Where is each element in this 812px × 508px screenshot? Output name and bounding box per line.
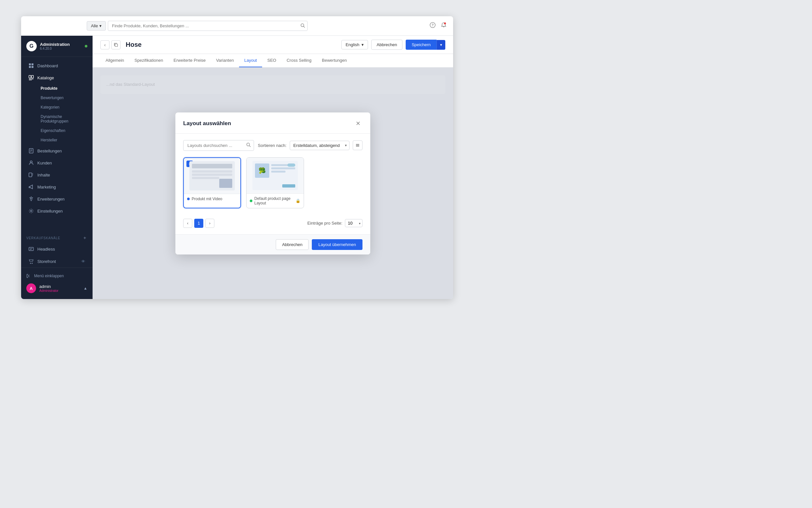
- dashboard-icon: [28, 63, 34, 69]
- marketing-label: Marketing: [37, 184, 56, 189]
- topbar: Alle ▾ ?: [21, 16, 453, 36]
- layout-card-produkt-mit-video[interactable]: ✓: [183, 157, 241, 208]
- modal-title: Layout auswählen: [183, 120, 231, 127]
- storefront-view-icon[interactable]: 👁: [81, 259, 85, 264]
- add-channel-button[interactable]: ＋: [83, 235, 87, 241]
- main-area: G Administration 6.4.20.0 Dashboard: [21, 36, 453, 299]
- svg-rect-18: [29, 173, 32, 177]
- preview-lines: [271, 164, 295, 187]
- topbar-right: ?: [430, 22, 446, 30]
- sidebar-item-kataloge[interactable]: Kataloge: [23, 72, 91, 84]
- grid-view-button[interactable]: [353, 140, 363, 150]
- status-dot: [85, 45, 87, 47]
- prev-page-button[interactable]: ‹: [183, 219, 192, 228]
- svg-point-25: [32, 263, 33, 264]
- modal-sort-row: Sortieren nach: Erstelldatum, absteigend…: [258, 140, 363, 150]
- erweiterungen-icon: [28, 196, 34, 202]
- tabs-bar: Allgemein Spezifikationen Erweiterte Pre…: [93, 54, 453, 68]
- collapse-icon: [26, 274, 31, 278]
- sidebar-sub-eigenschaften[interactable]: Eigenschaften: [37, 126, 91, 135]
- cancel-button[interactable]: Abbrechen: [371, 40, 403, 50]
- sidebar-nav: Dashboard Kataloge Produkte Bewertungen: [21, 57, 93, 230]
- kataloge-icon: [28, 75, 34, 81]
- marketing-icon: [28, 184, 34, 190]
- tab-layout[interactable]: Layout: [239, 54, 262, 67]
- layout-card-default[interactable]: 🥦: [246, 157, 304, 208]
- card-name-1: Produkt mit Video: [192, 197, 223, 201]
- sidebar-sub-kataloge: Produkte Bewertungen Kategorien Dynamisc…: [21, 84, 93, 144]
- lang-chevron-icon: ▾: [362, 42, 364, 47]
- search-input[interactable]: [108, 21, 307, 31]
- entries-select-wrap: 10 25 50 100: [345, 219, 363, 227]
- sidebar-sub-kategorien[interactable]: Kategorien: [37, 103, 91, 112]
- sidebar-user[interactable]: A admin Administrator ▲: [23, 281, 91, 296]
- sidebar-sub-hersteller[interactable]: Hersteller: [37, 135, 91, 144]
- language-label: English: [346, 42, 360, 47]
- layout-search-input[interactable]: [183, 140, 254, 151]
- save-dropdown-button[interactable]: ▾: [436, 40, 445, 50]
- tab-erweiterte-preise[interactable]: Erweiterte Preise: [168, 54, 211, 67]
- svg-rect-9: [29, 75, 31, 78]
- sidebar-item-bestellungen[interactable]: Bestellungen: [23, 145, 91, 157]
- tab-spezifikationen[interactable]: Spezifikationen: [129, 54, 168, 67]
- sort-select[interactable]: Erstelldatum, absteigend Name, aufsteige…: [290, 141, 349, 150]
- tab-varianten[interactable]: Varianten: [211, 54, 239, 67]
- svg-text:?: ?: [432, 24, 434, 27]
- user-chevron-icon: ▲: [84, 286, 87, 291]
- preview-image: 🥦: [255, 164, 269, 178]
- modal-body: Sortieren nach: Erstelldatum, absteigend…: [176, 134, 370, 234]
- sidebar-sub-produkte[interactable]: Produkte: [37, 84, 91, 93]
- sidebar-sub-dynamische[interactable]: Dynamische Produktgruppen: [37, 112, 91, 126]
- search-input-wrap: [108, 21, 307, 31]
- page-1-button[interactable]: 1: [194, 219, 203, 228]
- modal-overlay[interactable]: Layout auswählen ✕: [93, 68, 453, 299]
- modal-close-button[interactable]: ✕: [353, 119, 363, 128]
- preview-tag: [287, 164, 295, 167]
- collapse-label: Menü einklappen: [34, 274, 64, 278]
- tab-allgemein[interactable]: Allgemein: [100, 54, 129, 67]
- svg-point-20: [31, 210, 32, 212]
- svg-point-24: [30, 263, 31, 264]
- storefront-icon: [28, 258, 34, 264]
- help-icon[interactable]: ?: [430, 22, 436, 30]
- sidebar-sub-bewertungen[interactable]: Bewertungen: [37, 93, 91, 102]
- content-body: ...nd das Standard-Layout Layout auswähl…: [93, 68, 453, 299]
- language-dropdown[interactable]: English ▾: [341, 40, 368, 49]
- card-preview-1: ✓: [184, 158, 240, 194]
- tab-cross-selling[interactable]: Cross Selling: [281, 54, 317, 67]
- sidebar-collapse-button[interactable]: Menü einklappen: [23, 271, 91, 281]
- sidebar-item-marketing[interactable]: Marketing: [23, 181, 91, 193]
- svg-rect-10: [32, 75, 34, 78]
- sidebar-item-einstellungen[interactable]: Einstellungen: [23, 205, 91, 217]
- sidebar-channel-headless[interactable]: Headless: [23, 243, 91, 255]
- preview-btn: [282, 184, 295, 187]
- sidebar-channel-storefront[interactable]: Storefront 👁: [23, 255, 91, 267]
- modal-cancel-button[interactable]: Abbrechen: [276, 239, 308, 250]
- next-page-button[interactable]: ›: [205, 219, 214, 228]
- sidebar-item-erweiterungen[interactable]: Erweiterungen: [23, 193, 91, 205]
- sidebar-item-kunden[interactable]: Kunden: [23, 157, 91, 169]
- preview-layout-2: 🥦: [252, 161, 298, 190]
- save-button[interactable]: Speichern: [406, 40, 436, 50]
- sidebar-item-inhalte[interactable]: Inhalte: [23, 169, 91, 181]
- entries-select[interactable]: 10 25 50 100: [345, 219, 363, 227]
- card-preview-2: 🥦: [246, 158, 304, 194]
- entries-per-page: Einträge pro Seite: 10 25 50 100: [307, 219, 363, 227]
- sidebar-item-dashboard[interactable]: Dashboard: [23, 60, 91, 72]
- notification-icon[interactable]: [441, 22, 446, 30]
- back-button[interactable]: ‹: [100, 40, 109, 49]
- filter-chevron-icon: ▾: [99, 24, 102, 28]
- search-submit-button[interactable]: [300, 23, 305, 29]
- kunden-icon: [28, 160, 34, 166]
- headless-label: Headless: [37, 247, 55, 252]
- einstellungen-icon: [28, 208, 34, 214]
- svg-line-28: [249, 145, 250, 147]
- modal-search-wrap: [183, 140, 254, 151]
- copy-button[interactable]: [111, 40, 121, 49]
- grid-icon: [355, 143, 360, 147]
- tab-bewertungen[interactable]: Bewertungen: [317, 54, 352, 67]
- tab-seo[interactable]: SEO: [262, 54, 281, 67]
- user-avatar: A: [26, 284, 36, 293]
- modal-confirm-button[interactable]: Layout übernehmen: [312, 239, 363, 250]
- search-filter-button[interactable]: Alle ▾: [87, 21, 106, 31]
